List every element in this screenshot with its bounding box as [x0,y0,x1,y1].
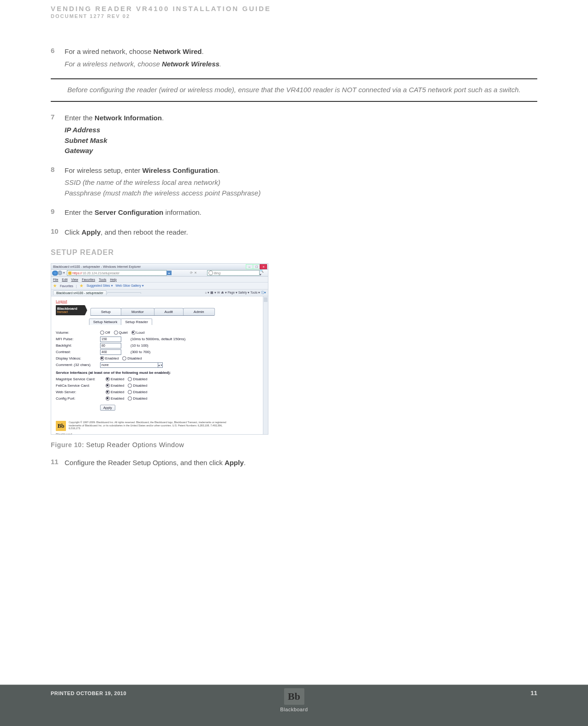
favorite-item-icon [80,284,83,288]
header-title: VENDING READER VR4100 INSTALLATION GUIDE [51,5,537,12]
volume-label: Volume: [56,331,100,335]
display-videos-label: Display Videos: [56,356,100,360]
blackboard-logo-icon: Bb [56,421,66,431]
logout-link[interactable]: Logout [56,299,67,303]
volume-quiet-radio[interactable]: Quiet [114,331,128,335]
felica-enabled-radio[interactable]: Enabled [106,384,124,388]
step-number: 9 [51,207,65,218]
safety-menu[interactable]: Safety ▾ [238,291,249,295]
config-port-label: Config Port: [56,396,106,401]
suggested-sites-link[interactable]: Suggested Sites ▾ [87,284,113,288]
backlight-label: Backlight: [56,343,100,348]
footer-blackboard-logo-icon: Bb [284,688,304,705]
maximize-button[interactable]: ☐ [253,264,260,269]
menu-view[interactable]: View [71,278,78,281]
home-icon[interactable]: ⌂ ▾ [205,291,209,295]
service-interfaces-heading: Service Interfaces (at least one of the … [56,371,171,375]
menu-help[interactable]: Help [110,278,117,281]
help-icon[interactable]: ⓘ▾ [261,291,266,295]
page-footer: PRINTED OCTOBER 19, 2010 11 Bb Blackboar… [0,685,588,726]
search-box[interactable]: Bing [207,270,260,276]
sub-tab-setup-network[interactable]: Setup Network [89,319,121,325]
page-number: 11 [531,690,537,696]
refresh-button[interactable]: ⟳ [190,271,193,275]
main-tab-admin[interactable]: Admin [183,308,215,315]
stop-button[interactable]: ✕ [194,271,197,275]
main-tab-setup[interactable]: Setup [90,308,121,315]
copyright-text: Copyright © 1997-2009. Blackboard Inc. A… [69,421,235,430]
step-9: 9 Enter the Server Configuration informa… [51,207,537,218]
volume-off-radio[interactable]: Off [100,331,110,335]
step-number: 7 [51,113,65,156]
step-8: 8 For wireless setup, enter Wireless Con… [51,165,537,199]
web-server-label: Web Server: [56,390,106,394]
contrast-input[interactable]: 460 [100,349,121,355]
search-icon [208,271,213,275]
search-go-button[interactable]: 🔍 ▾ [260,269,266,277]
step-number: 10 [51,227,65,238]
web-slice-gallery-link[interactable]: Web Slice Gallery ▾ [116,284,144,288]
magstripe-enabled-radio[interactable]: Enabled [106,377,124,381]
print-icon[interactable]: 🖶 ▾ [221,291,227,295]
backlight-input[interactable]: 80 [100,343,121,348]
contrast-label: Contrast: [56,350,100,354]
felica-label: FeliCa Service Card: [56,384,106,388]
section-heading-setup-reader: SETUP READER [51,248,537,257]
close-button[interactable]: ✕ [260,264,267,269]
menu-tools[interactable]: Tools [99,278,106,281]
window-title: Blackboard vr4100 - setupreader - Window… [51,264,268,270]
back-button[interactable] [52,271,58,276]
new-tab[interactable] [107,292,141,294]
display-videos-disabled-radio[interactable]: Disabled [122,356,142,360]
comment-input[interactable]: none [100,362,158,368]
footer-blackboard-name: Blackboard [280,707,308,712]
web-server-enabled-radio[interactable]: Enabled [106,390,124,394]
figure-caption: Figure 10: Setup Reader Options Window [51,441,537,449]
page-menu[interactable]: Page ▾ [228,291,238,295]
comment-stepper[interactable]: ▲▼ [158,362,163,368]
address-dropdown[interactable]: ▾ [166,271,172,275]
mfi-pulse-input[interactable]: 150 [100,336,121,342]
menu-file[interactable]: File [53,278,58,281]
lock-icon [68,272,71,275]
mfi-pulse-hint: (10ms to 5000ms, default 150ms) [131,337,185,341]
step-10: 10 Click Apply, and then reboot the read… [51,227,537,238]
step-number: 8 [51,165,65,199]
volume-loud-radio[interactable]: Loud [131,331,145,335]
display-videos-enabled-radio[interactable]: Enabled [100,356,119,360]
apply-button[interactable]: Apply [100,405,115,411]
felica-disabled-radio[interactable]: Disabled [128,384,147,388]
feeds-icon[interactable]: ▦ ▾ [210,291,216,295]
blackboard-name: Blackboard [56,433,263,435]
menu-favorites[interactable]: Favorites [82,278,95,281]
scrollbar[interactable] [263,296,268,435]
browser-tab[interactable]: Blackboard vr4100 - setupreader [53,290,107,295]
read-mail-icon[interactable]: ✉ [217,291,220,295]
callout-note: Before configuring the reader (wired or … [51,78,537,102]
step-bold: Network Wired [154,47,202,55]
header-subtitle: DOCUMENT 1277 REV 02 [51,13,537,19]
step-number: 11 [51,458,65,468]
magstripe-disabled-radio[interactable]: Disabled [128,377,147,381]
tools-menu[interactable]: Tools ▾ [250,291,260,295]
main-tab-audit[interactable]: Audit [154,308,184,315]
web-server-disabled-radio[interactable]: Disabled [128,390,147,394]
config-port-enabled-radio[interactable]: Enabled [106,396,124,401]
favorites-star-icon[interactable] [53,284,57,288]
contrast-hint: (300 to 700) [131,350,150,354]
backlight-hint: (10 to 100) [131,343,148,348]
minimize-button[interactable]: ─ [246,264,253,269]
blackboard-transact-logo: Blackboard transact [56,305,85,315]
step-number: 6 [51,47,65,69]
step-11: 11 Configure the Reader Setup Options, a… [51,458,537,468]
favorites-label[interactable]: Favorites [60,284,73,288]
magstripe-label: Magstripe Service Card: [56,377,106,381]
step-7: 7 Enter the Network Information. IP Addr… [51,113,537,156]
menu-edit[interactable]: Edit [62,278,67,281]
config-port-disabled-radio[interactable]: Disabled [128,396,147,401]
screenshot-setup-reader: Blackboard vr4100 - setupreader - Window… [51,263,268,435]
forward-button[interactable] [58,271,62,275]
address-bar[interactable]: https://10.20.124.21/setupreader [67,270,167,276]
sub-tab-setup-reader[interactable]: Setup Reader [121,319,152,325]
main-tab-monitor[interactable]: Monitor [121,308,154,315]
